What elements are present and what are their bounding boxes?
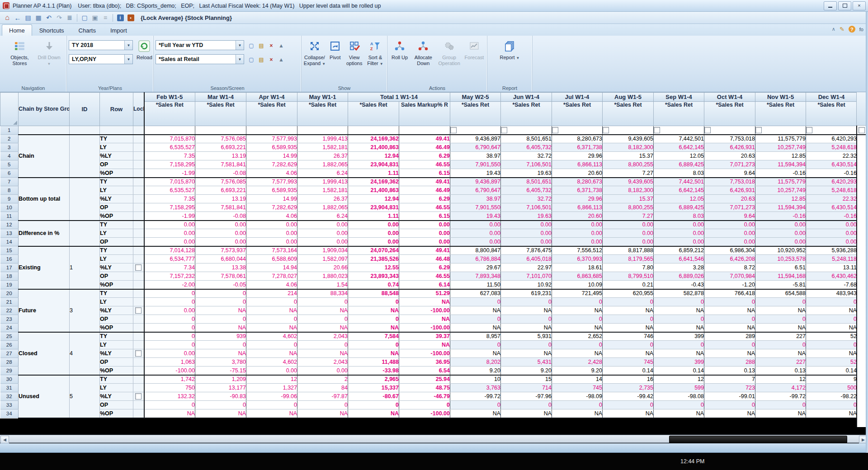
grid-cell[interactable]: 0.00: [348, 229, 399, 238]
row-type-label[interactable]: %LY: [100, 263, 133, 272]
grid-cell[interactable]: 15.37: [603, 195, 654, 203]
grid-cell[interactable]: 1,742: [144, 375, 195, 384]
grid-cell[interactable]: 8,800,255: [603, 203, 654, 212]
grid-cell[interactable]: 0.00: [144, 229, 195, 238]
export-icon[interactable]: ≡: [100, 13, 110, 23]
grid-cell[interactable]: 9,439,605: [603, 135, 654, 143]
grid-cell[interactable]: 5,936,288: [806, 246, 857, 255]
pivot-button[interactable]: Pivot: [327, 37, 343, 61]
grid-cell[interactable]: 1.11: [348, 169, 399, 178]
row-number[interactable]: 6: [0, 169, 19, 178]
grid-cell[interactable]: 0: [450, 341, 501, 349]
row-number[interactable]: 28: [0, 358, 19, 367]
grid-cell[interactable]: 8,501,651: [501, 178, 552, 186]
lock-checkbox[interactable]: [135, 350, 142, 357]
grid-cell[interactable]: -99.72: [450, 392, 501, 401]
grid-cell[interactable]: 7,282,629: [246, 160, 297, 169]
grid-cell[interactable]: 1,882,065: [297, 203, 348, 212]
grid-cell[interactable]: NA: [603, 324, 654, 332]
grid-cell[interactable]: 8,182,300: [603, 143, 654, 152]
grid-cell[interactable]: 0.74: [348, 281, 399, 289]
grid-cell[interactable]: -99.72: [755, 392, 806, 401]
grid-cell[interactable]: 0: [806, 315, 857, 324]
grid-cell[interactable]: 7.27: [603, 169, 654, 178]
grid-cell[interactable]: 4,602: [246, 358, 297, 367]
grid-cell[interactable]: NA: [654, 306, 704, 315]
row-type-label[interactable]: %LY: [100, 349, 133, 358]
grid-cell[interactable]: 46.55: [399, 272, 450, 281]
grid-cell[interactable]: 0: [755, 341, 806, 349]
grid-cell[interactable]: 7,106,501: [501, 203, 552, 212]
grid-cell[interactable]: 52: [806, 358, 857, 367]
grid-cell[interactable]: 7,157,232: [144, 272, 195, 281]
grid-cell[interactable]: 5,431: [501, 358, 552, 367]
grid-cell[interactable]: NA: [603, 409, 654, 418]
grid-cell[interactable]: 2: [297, 375, 348, 384]
grid-cell[interactable]: 0.00: [450, 229, 501, 238]
row-type-label[interactable]: %OP: [100, 169, 133, 178]
grid-cell[interactable]: 9.20: [501, 367, 552, 375]
grid-cell[interactable]: 8,817,888: [603, 246, 654, 255]
grid-cell[interactable]: 4.06: [246, 281, 297, 289]
grid-cell[interactable]: -98.09: [552, 392, 603, 401]
grid-cell[interactable]: 0: [450, 401, 501, 409]
row-type-label[interactable]: OP: [100, 238, 133, 246]
lock-cell[interactable]: [133, 135, 144, 143]
row-number[interactable]: 23: [0, 315, 19, 324]
grid-cell[interactable]: 0.00: [399, 229, 450, 238]
row-number[interactable]: 14: [0, 238, 19, 246]
month-column-header[interactable]: Mar W1-4: [195, 93, 246, 102]
grid-cell[interactable]: NA: [806, 306, 857, 315]
row-column-header[interactable]: Row: [100, 93, 133, 126]
grid-cell[interactable]: NA: [195, 324, 246, 332]
lock-cell[interactable]: [133, 392, 144, 401]
grid-cell[interactable]: [399, 126, 450, 135]
grid-cell[interactable]: 7,876,475: [501, 246, 552, 255]
grid-cell[interactable]: 0.00: [755, 238, 806, 246]
grid-cell[interactable]: -33.98: [348, 367, 399, 375]
grid-cell[interactable]: 7,556,512: [552, 246, 603, 255]
delete-season-icon[interactable]: ×: [267, 41, 276, 50]
grid-cell[interactable]: 0: [755, 298, 806, 306]
restore-button[interactable]: [838, 1, 851, 10]
grid-cell[interactable]: 8,957: [450, 332, 501, 341]
lock-cell[interactable]: [133, 358, 144, 367]
grid-cell[interactable]: 7,576,085: [195, 178, 246, 186]
grid-cell[interactable]: 12.05: [654, 152, 704, 160]
save-season-icon[interactable]: ▲: [277, 41, 286, 50]
grid-cell[interactable]: 9.20: [552, 367, 603, 375]
grid-cell[interactable]: 714: [501, 384, 552, 392]
grid-cell[interactable]: 6.54: [399, 367, 450, 375]
grid-cell[interactable]: NA: [603, 306, 654, 315]
grid-cell[interactable]: -80.67: [348, 392, 399, 401]
grid-cell[interactable]: 39.37: [399, 332, 450, 341]
lock-cell[interactable]: [133, 221, 144, 229]
grid-cell[interactable]: 11,594,394: [755, 203, 806, 212]
grid-cell[interactable]: 0: [755, 315, 806, 324]
view-options-button[interactable]: View options: [344, 37, 364, 66]
grid-cell[interactable]: [704, 126, 755, 135]
grid-cell[interactable]: 0: [144, 315, 195, 324]
horizontal-scrollbar[interactable]: ◀ ▶: [0, 435, 868, 443]
grid-cell[interactable]: [246, 126, 297, 135]
grid-cell[interactable]: 1,880,023: [297, 272, 348, 281]
lock-checkbox[interactable]: [135, 393, 142, 400]
grid-cell[interactable]: 20.60: [552, 212, 603, 221]
grid-cell[interactable]: 6,986,304: [704, 246, 755, 255]
save-screen-icon[interactable]: ▲: [277, 55, 286, 64]
grid-cell[interactable]: 0.00: [195, 229, 246, 238]
grid-cell[interactable]: 2,428: [552, 358, 603, 367]
grid-cell[interactable]: 0: [501, 298, 552, 306]
grid-cell[interactable]: [144, 126, 195, 135]
grid-cell[interactable]: 7,158,295: [144, 160, 195, 169]
grid-cell[interactable]: NA: [501, 324, 552, 332]
grid-cell[interactable]: 0.00: [755, 229, 806, 238]
lock-cell[interactable]: [133, 272, 144, 281]
grid-cell[interactable]: 9.64: [704, 169, 755, 178]
grid-cell[interactable]: 10: [450, 375, 501, 384]
grid-cell[interactable]: 0.00: [806, 229, 857, 238]
row-number[interactable]: 20: [0, 289, 19, 298]
grid-cell[interactable]: 88,548: [348, 289, 399, 298]
month-column-header[interactable]: Dec W1-4: [806, 93, 857, 102]
grid-cell[interactable]: NA: [297, 324, 348, 332]
